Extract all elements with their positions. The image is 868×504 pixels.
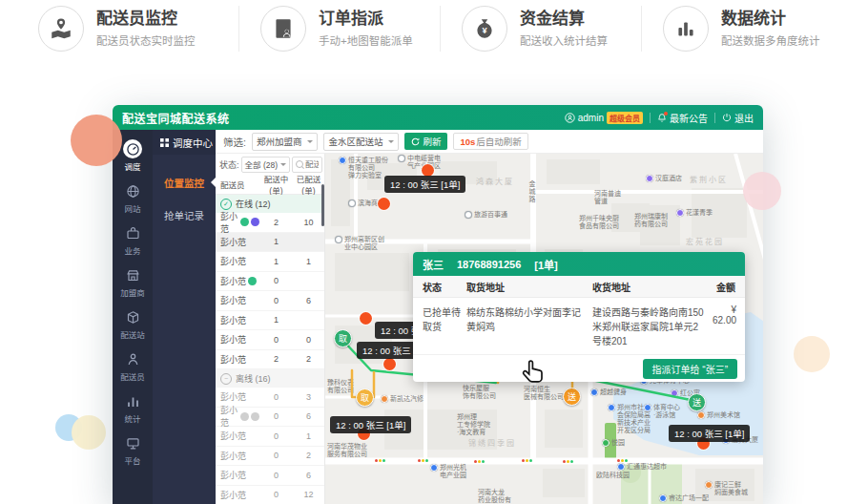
app-title: 配送宝同城配送系统 — [122, 110, 230, 126]
map-time-label[interactable]: 12 : 00 张三 [1单] — [384, 176, 465, 193]
courier-row[interactable]: 彭小范1 — [216, 233, 324, 253]
refresh-button[interactable]: 刷新 — [404, 133, 447, 150]
courier-row[interactable]: 彭小范11 — [216, 252, 324, 272]
sidebar-item-label: 加盟商 — [120, 286, 145, 298]
courier-person-icon — [123, 349, 142, 368]
delivered-count: 10 — [293, 218, 324, 227]
delivered-count: 6 — [293, 296, 324, 305]
user-menu[interactable]: admin 超级会员 — [565, 112, 643, 124]
delivering-count: 0 — [259, 490, 293, 499]
delivering-count: 0 — [259, 276, 293, 285]
user-name: admin — [578, 113, 604, 123]
courier-tag-badge — [240, 218, 249, 226]
sidebar-item-business[interactable]: 业务 — [113, 219, 153, 261]
order-row: 已抢单待取货 棉纺东路棉纺小学对面李记黄焖鸡 建设西路与秦岭路向南150米郑州联… — [413, 298, 745, 355]
station-cube-icon — [123, 307, 142, 326]
courier-tag-badge — [251, 218, 259, 226]
courier-search[interactable] — [292, 157, 322, 173]
feature-subtitle: 配送数据多角度统计 — [721, 32, 820, 48]
courier-row[interactable]: 彭小范1 — [216, 311, 324, 331]
station-select[interactable]: 金水区配送站 — [323, 133, 399, 151]
sidebar-item-website[interactable]: 网站 — [113, 177, 153, 219]
power-icon — [722, 113, 732, 122]
courier-row-name: 彭小范 — [220, 236, 246, 248]
order-popup-card: 张三 18768891256 [1单] 状态 取货地址 收货地址 金额 — [413, 252, 745, 382]
delivery-address: 建设西路与秦岭路向南150米郑州联运家属院1单元2号楼201 — [592, 304, 713, 347]
logout-label: 退出 — [734, 111, 754, 125]
delivering-count: 2 — [259, 354, 293, 364]
feature-title: 数据统计 — [721, 10, 820, 29]
courier-row-name: 彭小范 — [220, 210, 238, 235]
courier-row-name: 彭小范 — [220, 404, 238, 429]
delivered-count: 0 — [293, 335, 324, 345]
sidebar-item-dispatch[interactable]: 调度 — [113, 135, 153, 177]
menu-grid-icon — [160, 138, 169, 147]
delivering-count: 0 — [259, 411, 293, 421]
sidebar-item-platform[interactable]: 平台 — [113, 429, 153, 471]
map-canvas[interactable]: 恒天重工股份 有限公司 弹力实验室中电缆营电 气产业园区鸿森大厦滨海商标旅游百事… — [325, 154, 763, 504]
feature-title: 订单指派 — [319, 10, 413, 29]
list-scrollbar[interactable] — [321, 184, 324, 226]
status-label: 状态: — [219, 158, 239, 171]
deco-circle-cream — [72, 415, 106, 450]
courier-row[interactable]: 彭小范0 — [216, 272, 324, 292]
delivery-marker[interactable]: 送 — [563, 388, 581, 406]
courier-location-dot[interactable] — [378, 198, 390, 210]
courier-row[interactable]: 彭小范00 — [216, 330, 324, 350]
courier-group-offline[interactable]: −离线 (16) — [216, 369, 324, 388]
delivered-count: 2 — [293, 354, 324, 364]
order-count: [1单] — [534, 257, 557, 272]
courier-search-input[interactable] — [305, 159, 319, 169]
order-status: 已抢单待取货 — [413, 304, 466, 347]
courier-location-dot[interactable] — [383, 358, 396, 370]
sidebar-item-statistics[interactable]: 统计 — [113, 387, 153, 429]
submenu-item-grab-records[interactable]: 抢单记录 — [153, 200, 216, 229]
submenu-item-location-monitor[interactable]: 位置监控 — [153, 168, 216, 197]
stats-bars-icon — [123, 391, 142, 410]
assign-order-button[interactable]: 指派订单给 “张三” — [643, 359, 737, 379]
sidebar-item-courier[interactable]: 配送员 — [113, 345, 153, 387]
offline-group-icon: − — [220, 373, 232, 385]
pickup-marker[interactable]: 取 — [356, 388, 374, 407]
status-select[interactable]: 全部 (28) — [241, 157, 290, 173]
courier-row[interactable]: 彭小范210 — [216, 213, 324, 233]
courier-row-name: 彭小范 — [220, 390, 246, 403]
map-time-label[interactable]: 12 : 00 张三 [1单] — [669, 425, 750, 442]
feature-title: 配送员监控 — [96, 10, 196, 29]
sidebar-item-station[interactable]: 配送站 — [113, 303, 153, 345]
user-avatar-icon — [565, 113, 575, 123]
delivering-count: 0 — [259, 451, 293, 460]
user-badge: 超级会员 — [607, 112, 643, 124]
pickup-marker[interactable]: 取 — [334, 329, 352, 347]
courier-row-name: 彭小范 — [220, 469, 246, 481]
merchant-select[interactable]: 郑州加盟商 — [252, 133, 319, 151]
courier-status-row: 状态: 全部 (28) — [216, 154, 324, 175]
delivery-marker[interactable]: 送 — [688, 393, 706, 411]
delivered-count: 6 — [293, 471, 324, 480]
feature-data-statistics: 数据统计 配送数据多角度统计 — [641, 6, 842, 52]
delivering-count: 0 — [259, 431, 293, 441]
courier-row[interactable]: 彭小范06 — [216, 291, 324, 311]
online-group-icon: ✓ — [220, 199, 232, 210]
sidebar-item-franchisee[interactable]: 加盟商 — [113, 261, 153, 303]
filter-bar: 筛选: 郑州加盟商 金水区配送站 刷新 10s 后自动刷新 — [216, 130, 763, 154]
deco-circle-peach — [794, 336, 830, 372]
announcement-button[interactable]: 最新公告 — [657, 111, 708, 125]
courier-tag-badge — [251, 412, 259, 421]
courier-row[interactable]: 彭小范06 — [216, 466, 324, 486]
platform-monitor-icon — [123, 433, 142, 452]
franchisee-store-icon — [123, 265, 142, 284]
map-time-label[interactable]: 12 : 00 张三 [1单] — [330, 416, 411, 433]
logout-button[interactable]: 退出 — [722, 111, 754, 125]
feature-strip: 配送员监控 配送员状态实时监控 订单指派 手动+地图智能派单 ¥ 资金结算 配送… — [38, 6, 842, 52]
courier-row[interactable]: 彭小范01 — [216, 427, 324, 447]
courier-row[interactable]: 彭小范012 — [216, 486, 324, 504]
courier-row-name: 彭小范 — [220, 450, 246, 462]
courier-row[interactable]: 彭小范02 — [216, 447, 324, 467]
delivered-count: 3 — [293, 392, 324, 402]
courier-row[interactable]: 彭小范22 — [216, 350, 324, 370]
courier-row[interactable]: 彭小范06 — [216, 408, 324, 428]
delivered-count: 1 — [293, 257, 324, 266]
courier-location-dot[interactable] — [360, 312, 372, 325]
courier-row-name: 彭小范 — [220, 353, 246, 366]
